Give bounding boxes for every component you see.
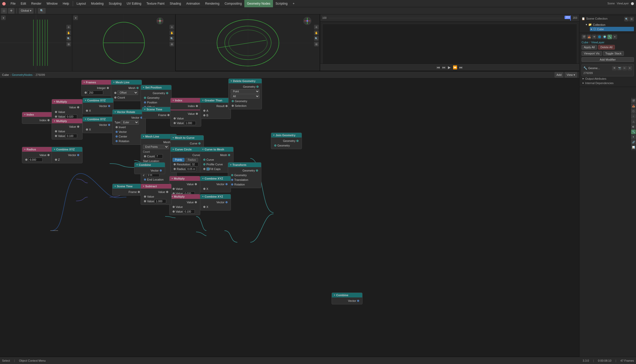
node-frames-header[interactable]: ▾ Frames bbox=[82, 80, 112, 85]
socket-delgeo-out[interactable] bbox=[256, 86, 259, 88]
socket-c2m-curve[interactable] bbox=[203, 159, 205, 161]
socket-gt-b[interactable] bbox=[203, 114, 205, 116]
outliner-settings-btn[interactable]: ⚙ bbox=[629, 17, 634, 21]
socket-c2m-fill[interactable] bbox=[203, 168, 205, 170]
prop-small-world[interactable]: 🌍 bbox=[602, 35, 607, 39]
socket-cxyz1-out[interactable] bbox=[108, 105, 110, 107]
breadcrumb-geonodes[interactable]: GeometryNodes bbox=[12, 73, 33, 76]
socket-c2m-profile[interactable] bbox=[203, 163, 205, 165]
vrot-type-select[interactable]: Euler bbox=[121, 120, 139, 125]
sub2-value-input[interactable] bbox=[155, 199, 166, 203]
strip-icon-1[interactable]: 🎬 bbox=[631, 99, 636, 103]
socket-ml2-end-loc[interactable] bbox=[144, 179, 146, 181]
socket-comb2-out[interactable] bbox=[357, 300, 359, 302]
vp-c-hand[interactable]: ✋ bbox=[170, 30, 174, 35]
socket-mult4-v1[interactable] bbox=[173, 206, 175, 208]
socket-mult4-v2[interactable] bbox=[173, 211, 175, 213]
node-combine-xyz-5-header[interactable]: ▾ Combine XYZ bbox=[200, 194, 231, 199]
socket-mult3-out[interactable] bbox=[195, 183, 197, 185]
menu-file[interactable]: File bbox=[8, 0, 18, 7]
socket-cxyz2-x[interactable] bbox=[86, 128, 88, 131]
blender-logo[interactable]: ⬤ bbox=[0, 2, 8, 5]
socket-cc-radius[interactable] bbox=[174, 168, 176, 170]
outliner-filter-btn[interactable]: 🔍 bbox=[624, 17, 629, 21]
breadcrumb-cube[interactable]: Cube bbox=[2, 73, 9, 76]
node-mesh-to-curve-header[interactable]: ▾ Mesh to Curve bbox=[171, 135, 204, 140]
viewport-vis-btn[interactable]: Viewport Vis bbox=[582, 51, 602, 56]
strip-icon-8[interactable]: 🔗 bbox=[631, 140, 636, 144]
node-scene-time-2-header[interactable]: ▾ Scene Time bbox=[112, 184, 143, 189]
delgeo-mode-select[interactable]: Point bbox=[231, 89, 260, 94]
socket-delgeo-sel[interactable] bbox=[232, 105, 234, 107]
workspace-rendering[interactable]: Rendering bbox=[203, 0, 222, 7]
vp-c-cursor[interactable]: ✛ bbox=[170, 25, 174, 29]
node-join-geo-header[interactable]: ▾ Join Geometry bbox=[271, 133, 302, 137]
node-editor-canvas[interactable]: ▾ Frames Integer ▾ Mesh Line Mesh bbox=[0, 78, 579, 356]
node-multiply-2-header[interactable]: ▾ Multiply bbox=[52, 119, 82, 123]
prop-small-modifier[interactable]: 🔧 bbox=[607, 35, 612, 39]
menu-render[interactable]: Render bbox=[29, 0, 44, 7]
strip-icon-2[interactable]: 📤 bbox=[631, 104, 636, 108]
socket-sub2-out[interactable] bbox=[166, 191, 168, 193]
socket-comb1-out[interactable] bbox=[160, 169, 162, 172]
node-transform-header[interactable]: ▾ Transform bbox=[228, 163, 261, 167]
ml2-count-input[interactable] bbox=[155, 154, 163, 158]
strip-icon-7[interactable]: ✦ bbox=[631, 135, 636, 139]
node-index-1-header[interactable]: ▾ Index bbox=[22, 112, 53, 117]
play-btn[interactable]: ▶ bbox=[448, 65, 451, 69]
add-modifier-btn[interactable]: Add Modifier bbox=[582, 57, 634, 62]
node-delete-geo-header[interactable]: ▾ Delete Geometry bbox=[229, 79, 262, 83]
prop-small-render[interactable]: 🎬 bbox=[582, 35, 586, 39]
radius-value-input[interactable] bbox=[28, 158, 43, 162]
workspace-modeling[interactable]: Modeling bbox=[88, 0, 106, 7]
vp-hand-tool[interactable]: ✋ bbox=[66, 30, 71, 35]
socket-setpos-pos[interactable] bbox=[144, 101, 146, 103]
workspace-uv[interactable]: UV Editing bbox=[124, 0, 144, 7]
tree-item-cube[interactable]: ▸ ⬡ Cube bbox=[590, 27, 634, 31]
socket-stime1-frame[interactable] bbox=[167, 114, 170, 116]
cc-points-btn[interactable]: Points bbox=[173, 158, 184, 162]
workspace-geometry-nodes[interactable]: Geometry Nodes bbox=[244, 0, 273, 7]
socket-cc-res[interactable] bbox=[174, 163, 176, 165]
toolbar-view[interactable]: 🔍 bbox=[38, 8, 46, 14]
socket-mult2-v2[interactable] bbox=[55, 135, 57, 137]
workspace-shading[interactable]: Shading bbox=[167, 0, 184, 7]
workspace-layout[interactable]: Layout bbox=[74, 0, 88, 7]
output-attributes-expand[interactable]: ▸ Output Attributes bbox=[582, 76, 634, 81]
workspace-add[interactable]: + bbox=[290, 0, 297, 7]
sub1-value-input[interactable] bbox=[184, 121, 196, 125]
socket-cxyz4-x[interactable] bbox=[203, 188, 205, 190]
apply-all-btn[interactable]: Apply All bbox=[582, 45, 597, 50]
socket-cxyz3-out[interactable] bbox=[77, 154, 79, 156]
timeline-playhead[interactable] bbox=[570, 15, 571, 21]
socket-rad-out[interactable] bbox=[47, 154, 50, 156]
meshline1-offset-select[interactable]: Offset End Points bbox=[117, 91, 138, 95]
toolbar-select-box[interactable]: □ bbox=[1, 8, 7, 14]
socket-mult2-v1[interactable] bbox=[55, 130, 57, 132]
node-multiply-3-header[interactable]: ▾ Multiply bbox=[170, 176, 200, 181]
socket-cxyz3-z[interactable] bbox=[55, 159, 57, 161]
vp-r-grid[interactable]: ⊞ bbox=[314, 42, 319, 46]
socket-mult1-out[interactable] bbox=[77, 106, 79, 108]
node-subtract-2-header[interactable]: ▾ Subtract bbox=[141, 184, 171, 189]
socket-join-out[interactable] bbox=[296, 140, 299, 142]
node-greater-than-header[interactable]: ▾ Greater Than bbox=[200, 98, 231, 103]
node-combine-xyz-4-header[interactable]: ▾ Combine XYZ bbox=[200, 176, 231, 181]
frames-value-input[interactable] bbox=[88, 91, 103, 95]
socket-mult2-out[interactable] bbox=[77, 126, 79, 128]
socket-meshline1-mesh-out[interactable] bbox=[136, 87, 139, 89]
node-multiply-1-header[interactable]: ▾ Multiply bbox=[52, 99, 82, 104]
socket-tf-rot[interactable] bbox=[231, 183, 233, 185]
socket-sub1-v2[interactable] bbox=[174, 122, 176, 124]
modifier-edit-btn[interactable]: ✏ bbox=[622, 66, 627, 70]
c2m-fill-checkbox[interactable] bbox=[206, 167, 210, 171]
node-combine-xyz-3-header[interactable]: ▾ Combine XYZ bbox=[52, 147, 82, 152]
ml2-mode-select[interactable]: End Points bbox=[143, 145, 169, 149]
socket-cxyz2-out[interactable] bbox=[108, 124, 110, 126]
play-start-btn[interactable]: ⏮ bbox=[437, 65, 440, 69]
toolbar-global[interactable]: Global ▾ bbox=[19, 8, 34, 14]
mult1-value-input[interactable] bbox=[66, 115, 77, 119]
node-radius-header[interactable]: ▾ Radius bbox=[22, 147, 53, 152]
socket-sub2-v1[interactable] bbox=[144, 196, 146, 198]
modifier-render-btn[interactable]: 📷 bbox=[617, 66, 622, 70]
